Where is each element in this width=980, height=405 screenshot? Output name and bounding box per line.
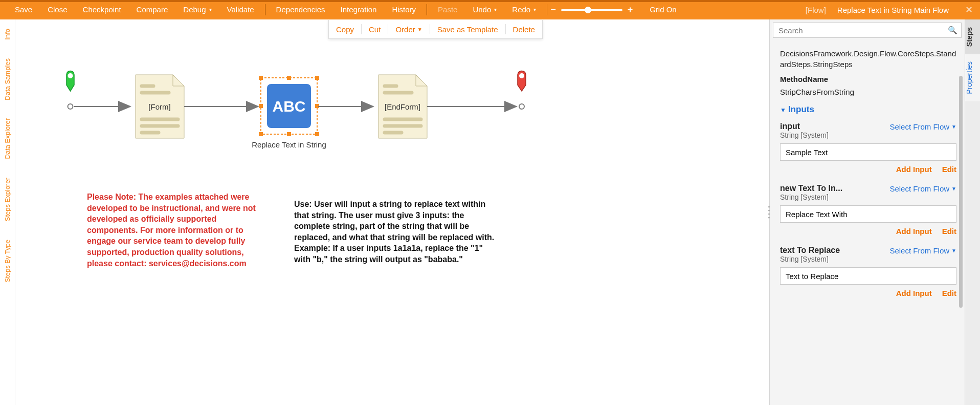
svg-text:ABC: ABC (273, 98, 306, 115)
method-name-value: StripCharsFromString (780, 88, 956, 96)
namespace-text: DecisionsFramework.Design.Flow.CoreSteps… (780, 48, 956, 70)
tab-data-samples[interactable]: Data Samples (4, 58, 11, 100)
close-flow-icon[interactable]: ✕ (965, 4, 973, 15)
checkpoint-button[interactable]: Checkpoint (75, 0, 129, 19)
tab-steps[interactable]: Steps (965, 19, 980, 54)
triangle-down-icon: ▼ (951, 186, 956, 191)
tab-data-explorer[interactable]: Data Explorer (4, 118, 11, 159)
input-group: text To Replace Select From Flow▼ String… (780, 246, 956, 297)
svg-text:[Form]: [Form] (148, 102, 170, 111)
close-button[interactable]: Close (40, 0, 75, 19)
tab-steps-by-type[interactable]: Steps By Type (4, 240, 11, 283)
zoom-control[interactable]: − + (550, 5, 633, 15)
canvas-note-usage: Use: User will input a string to replace… (294, 199, 499, 265)
chevron-down-icon: ▼ (417, 27, 422, 32)
end-node[interactable] (518, 71, 526, 92)
svg-rect-11 (259, 76, 263, 80)
dependencies-button[interactable]: Dependencies (269, 0, 333, 19)
search-icon[interactable]: 🔍 (948, 26, 957, 35)
form-node[interactable]: [Form] (136, 75, 184, 138)
left-tab-rail: Info Data Samples Data Explorer Steps Ex… (0, 19, 15, 405)
add-input-button[interactable]: Add Input (896, 289, 932, 297)
search-input[interactable] (773, 23, 962, 38)
tab-info[interactable]: Info (4, 29, 11, 40)
toolbar-divider (265, 4, 265, 15)
compare-button[interactable]: Compare (129, 0, 176, 19)
triangle-down-icon: ▼ (780, 106, 786, 114)
undo-dropdown[interactable]: Undo▾ (465, 0, 504, 19)
toolbar-divider (547, 4, 547, 15)
save-button[interactable]: Save (7, 0, 40, 19)
input-name: text To Replace (780, 246, 840, 255)
triangle-down-icon: ▼ (951, 248, 956, 253)
input-type: String [System] (780, 255, 956, 263)
ctx-cut[interactable]: Cut (369, 25, 381, 34)
splitter-handle[interactable] (768, 206, 771, 219)
canvas-note-warning: Please Note: The examples attached were … (87, 191, 261, 269)
validate-button[interactable]: Validate (219, 0, 262, 19)
right-tab-rail: Steps Properties (965, 19, 980, 405)
zoom-out-icon[interactable]: − (550, 5, 556, 15)
edit-button[interactable]: Edit (942, 165, 956, 174)
method-name-label: MethodName (780, 75, 956, 83)
ctx-delete[interactable]: Delete (513, 25, 535, 34)
select-from-flow-link[interactable]: Select From Flow▼ (889, 246, 956, 255)
input-value-field[interactable] (780, 143, 956, 161)
input-group: input Select From Flow▼ String [System] … (780, 122, 956, 174)
grid-toggle[interactable]: Grid On (642, 0, 684, 19)
flow-diagram: [Form] ABC Replace Text in String (36, 50, 598, 163)
svg-rect-12 (315, 76, 319, 80)
flow-title: Replace Text in String Main Flow (837, 6, 949, 14)
chevron-down-icon: ▾ (533, 0, 536, 19)
flow-type-tag: [Flow] (806, 6, 826, 14)
toolbar-divider (427, 4, 427, 15)
add-input-button[interactable]: Add Input (896, 227, 932, 236)
svg-point-1 (68, 104, 73, 109)
input-value-field[interactable] (780, 205, 956, 223)
replace-text-node[interactable]: ABC Replace Text in String (252, 76, 326, 149)
triangle-down-icon: ▼ (951, 124, 956, 130)
input-name: new Text To In... (780, 184, 842, 193)
svg-rect-17 (259, 104, 263, 108)
inputs-section-toggle[interactable]: ▼Inputs (780, 104, 956, 115)
ctx-save-template[interactable]: Save as Template (437, 25, 498, 34)
flow-canvas[interactable]: Copy Cut Order▼ Save as Template Delete (15, 19, 769, 405)
chevron-down-icon: ▾ (494, 0, 497, 19)
select-from-flow-link[interactable]: Select From Flow▼ (889, 184, 956, 193)
svg-text:Replace Text in String: Replace Text in String (252, 140, 326, 149)
start-node[interactable] (66, 71, 74, 92)
input-value-field[interactable] (780, 267, 956, 285)
input-type: String [System] (780, 193, 956, 201)
context-menu-bar: Copy Cut Order▼ Save as Template Delete (328, 20, 543, 39)
tab-properties[interactable]: Properties (965, 54, 980, 101)
tab-steps-explorer[interactable]: Steps Explorer (4, 178, 11, 221)
svg-rect-16 (287, 132, 291, 136)
ctx-order[interactable]: Order▼ (395, 25, 422, 34)
svg-rect-15 (287, 76, 291, 80)
history-button[interactable]: History (384, 0, 424, 19)
input-group: new Text To In... Select From Flow▼ Stri… (780, 184, 956, 236)
chevron-down-icon: ▾ (209, 0, 212, 19)
integration-button[interactable]: Integration (333, 0, 385, 19)
endform-node[interactable]: [EndForm] (378, 75, 427, 138)
add-input-button[interactable]: Add Input (896, 165, 932, 174)
redo-dropdown[interactable]: Redo▾ (504, 0, 544, 19)
svg-point-30 (519, 104, 524, 109)
svg-point-31 (519, 73, 524, 78)
top-toolbar: Save Close Checkpoint Compare Debug▾ Val… (0, 0, 980, 19)
input-name: input (780, 122, 800, 131)
svg-rect-14 (315, 132, 319, 136)
debug-dropdown[interactable]: Debug▾ (175, 0, 219, 19)
paste-button[interactable]: Paste (430, 0, 465, 19)
svg-rect-13 (259, 132, 263, 136)
input-type: String [System] (780, 131, 956, 139)
zoom-slider[interactable] (561, 9, 622, 11)
select-from-flow-link[interactable]: Select From Flow▼ (889, 122, 956, 131)
svg-text:[EndForm]: [EndForm] (385, 102, 420, 111)
edit-button[interactable]: Edit (942, 289, 956, 297)
edit-button[interactable]: Edit (942, 227, 956, 236)
panel-scrollbar[interactable] (959, 76, 963, 308)
properties-panel: 🔍 DecisionsFramework.Design.Flow.CoreSte… (769, 19, 965, 405)
zoom-in-icon[interactable]: + (628, 5, 633, 15)
ctx-copy[interactable]: Copy (336, 25, 354, 34)
